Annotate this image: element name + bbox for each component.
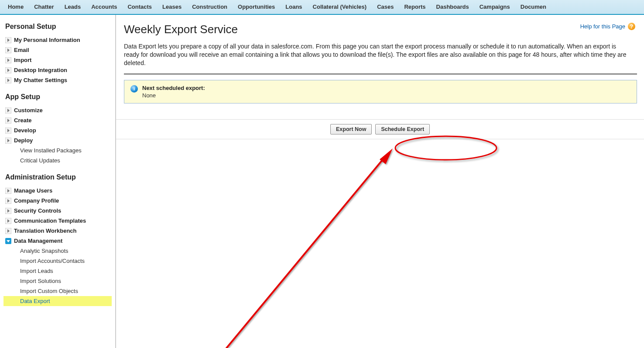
- page-title: Weekly Export Service: [124, 23, 637, 36]
- sidebar-item-translation-workbench[interactable]: Translation Workbench: [3, 226, 112, 236]
- info-icon: i: [130, 85, 138, 93]
- sidebar-item-deploy[interactable]: Deploy: [3, 135, 112, 145]
- expand-icon: [5, 117, 11, 124]
- sidebar-item-customize[interactable]: Customize: [3, 105, 112, 115]
- sidebar-item-label: Customize: [14, 107, 43, 114]
- expand-icon: [5, 67, 11, 73]
- collapse-icon: [5, 238, 11, 244]
- schedule-export-button[interactable]: Schedule Export: [375, 124, 430, 134]
- expand-icon: [5, 138, 11, 144]
- sidebar-item-desktop-integration[interactable]: Desktop Integration: [3, 65, 112, 75]
- sidebar-item-data-management[interactable]: Data Management: [3, 236, 112, 246]
- next-export-value: None: [142, 92, 630, 99]
- nav-tab-dashboards[interactable]: Dashboards: [431, 0, 474, 14]
- expand-icon: [5, 37, 11, 43]
- help-link-label: Help for this Page: [580, 23, 625, 30]
- sidebar-child-analytic-snapshots[interactable]: Analytic Snapshots: [3, 246, 112, 256]
- nav-tab-leases[interactable]: Leases: [157, 0, 187, 14]
- sidebar-item-label: Data Management: [14, 238, 62, 244]
- sidebar-section-personal-setup: Personal Setup: [5, 23, 112, 31]
- sidebar-item-email[interactable]: Email: [3, 45, 112, 55]
- sidebar-item-communication-templates[interactable]: Communication Templates: [3, 216, 112, 226]
- nav-tab-accounts[interactable]: Accounts: [86, 0, 122, 14]
- sidebar-item-security-controls[interactable]: Security Controls: [3, 206, 112, 216]
- nav-tab-collateral-vehicles-[interactable]: Collateral (Vehicles): [308, 0, 372, 14]
- sidebar-child-view-installed-packages[interactable]: View Installed Packages: [3, 145, 112, 155]
- sidebar-child-data-export[interactable]: Data Export: [3, 296, 112, 306]
- sidebar-item-label: Manage Users: [14, 187, 52, 194]
- nav-tab-opportunities[interactable]: Opportunities: [233, 0, 280, 14]
- nav-tab-loans[interactable]: Loans: [280, 0, 307, 14]
- expand-icon: [5, 208, 11, 214]
- svg-line-31: [223, 158, 384, 348]
- sidebar-item-import[interactable]: Import: [3, 55, 112, 65]
- expand-icon: [5, 228, 11, 234]
- sidebar-item-label: Company Profile: [14, 197, 59, 204]
- sidebar-item-develop[interactable]: Develop: [3, 125, 112, 135]
- sidebar-item-label: My Chatter Settings: [14, 77, 67, 83]
- expand-icon: [5, 188, 11, 194]
- help-for-page-link[interactable]: Help for this Page ?: [580, 23, 635, 30]
- action-button-row: Export Now Schedule Export: [116, 119, 644, 139]
- page-description: Data Export lets you prepare a copy of a…: [124, 42, 630, 67]
- nav-tab-campaigns[interactable]: Campaigns: [474, 0, 515, 14]
- expand-icon: [5, 218, 11, 224]
- expand-icon: [5, 47, 11, 53]
- section-divider: [124, 73, 637, 75]
- sidebar-item-label: Communication Templates: [14, 217, 86, 224]
- expand-icon: [5, 198, 11, 204]
- svg-point-30: [395, 136, 497, 160]
- sidebar-child-import-accounts-contacts[interactable]: Import Accounts/Contacts: [3, 256, 112, 266]
- expand-icon: [5, 77, 11, 83]
- nav-tab-home[interactable]: Home: [3, 0, 29, 14]
- sidebar-child-import-custom-objects[interactable]: Import Custom Objects: [3, 286, 112, 296]
- sidebar-item-label: Desktop Integration: [14, 67, 67, 73]
- nav-tab-construction[interactable]: Construction: [187, 0, 233, 14]
- expand-icon: [5, 127, 11, 134]
- sidebar-section-app-setup: App Setup: [5, 93, 112, 101]
- sidebar-item-create[interactable]: Create: [3, 115, 112, 125]
- sidebar-item-label: Email: [14, 47, 29, 53]
- sidebar-item-label: Deploy: [14, 137, 33, 144]
- sidebar-item-label: Translation Workbench: [14, 227, 77, 234]
- help-icon: ?: [628, 23, 635, 30]
- sidebar-item-my-chatter-settings[interactable]: My Chatter Settings: [3, 75, 112, 85]
- annotation-arrow: [218, 148, 395, 348]
- nav-tab-chatter[interactable]: Chatter: [29, 0, 59, 14]
- setup-sidebar: Personal SetupMy Personal InformationEma…: [0, 15, 116, 348]
- expand-icon: [5, 57, 11, 63]
- nav-tab-leads[interactable]: Leads: [59, 0, 86, 14]
- export-now-button[interactable]: Export Now: [330, 124, 372, 134]
- sidebar-child-import-solutions[interactable]: Import Solutions: [3, 276, 112, 286]
- top-nav: HomeChatterLeadsAccountsContactsLeasesCo…: [0, 0, 644, 15]
- next-export-label: Next scheduled export:: [142, 85, 630, 91]
- nav-tab-documen[interactable]: Documen: [515, 0, 552, 14]
- sidebar-item-label: Security Controls: [14, 207, 61, 214]
- nav-tab-contacts[interactable]: Contacts: [122, 0, 157, 14]
- sidebar-item-company-profile[interactable]: Company Profile: [3, 196, 112, 206]
- sidebar-item-my-personal-information[interactable]: My Personal Information: [3, 35, 112, 45]
- expand-icon: [5, 107, 11, 114]
- next-export-info-box: i Next scheduled export: None: [124, 80, 637, 103]
- svg-marker-32: [380, 148, 393, 164]
- nav-tab-reports[interactable]: Reports: [399, 0, 431, 14]
- sidebar-item-manage-users[interactable]: Manage Users: [3, 186, 112, 196]
- sidebar-section-administration-setup: Administration Setup: [5, 173, 112, 181]
- sidebar-item-label: Import: [14, 57, 31, 63]
- sidebar-child-critical-updates[interactable]: Critical Updates: [3, 155, 112, 165]
- sidebar-item-label: Create: [14, 117, 31, 124]
- main-content: Help for this Page ? Weekly Export Servi…: [116, 15, 644, 348]
- sidebar-item-label: My Personal Information: [14, 37, 80, 43]
- sidebar-item-label: Develop: [14, 127, 36, 134]
- nav-tab-cases[interactable]: Cases: [372, 0, 399, 14]
- sidebar-child-import-leads[interactable]: Import Leads: [3, 266, 112, 276]
